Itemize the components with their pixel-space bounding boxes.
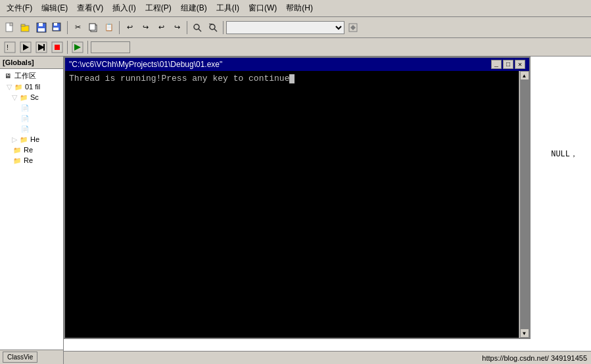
- compile-btn[interactable]: !: [3, 40, 17, 55]
- tree-01fil-label: 01 fil: [25, 83, 40, 91]
- file-icon-3: 📄: [20, 124, 30, 133]
- svg-line-13: [199, 29, 201, 32]
- workspace-label: 工作区: [14, 71, 36, 81]
- workspace-icon: 🖥: [3, 72, 13, 81]
- svg-point-12: [194, 24, 199, 30]
- svg-rect-26: [55, 45, 60, 50]
- svg-rect-5: [39, 23, 43, 26]
- svg-rect-1: [10, 23, 12, 26]
- separator-6: [87, 41, 88, 54]
- globals-header: [Globals]: [0, 57, 63, 69]
- separator-3: [187, 21, 187, 34]
- find-in-files[interactable]: [206, 20, 220, 35]
- menu-help[interactable]: 帮助(H): [282, 1, 317, 15]
- close-btn[interactable]: ✕: [515, 60, 525, 69]
- config-dropdown[interactable]: [226, 21, 344, 34]
- tree-file-1[interactable]: 📄: [1, 102, 62, 113]
- svg-line-15: [214, 29, 217, 32]
- svg-rect-6: [38, 28, 45, 32]
- ide-window: 文件(F) 编辑(E) 查看(V) 插入(I) 工程(P) 组建(B) 工具(I…: [0, 0, 591, 364]
- debug-btn[interactable]: [70, 40, 85, 55]
- tree-he[interactable]: ▷ 📁 He: [1, 134, 62, 145]
- save-all-button[interactable]: [50, 20, 64, 35]
- maximize-btn[interactable]: □: [503, 60, 513, 69]
- null-text: NULL，: [551, 148, 578, 160]
- run-btn[interactable]: [34, 40, 49, 55]
- expand-icon-01: ▽: [7, 83, 12, 91]
- tree-sc[interactable]: ▽ 📁 Sc: [1, 92, 62, 102]
- classview-tab[interactable]: ClassVie: [3, 352, 37, 363]
- menu-insert[interactable]: 插入(I): [108, 1, 139, 15]
- tree-re1-label: Re: [24, 146, 33, 154]
- redo2-button[interactable]: ↪: [170, 20, 184, 35]
- status-bar: https://blog.csdn.net/ 349191455: [64, 351, 591, 364]
- redo-button[interactable]: ↪: [138, 20, 153, 35]
- tree-he-label: He: [30, 135, 39, 143]
- console-controls: _ □ ✕: [491, 60, 525, 69]
- folder-icon-he: 📁: [18, 135, 29, 144]
- svg-rect-8: [54, 23, 57, 26]
- status-url: https://blog.csdn.net/: [482, 354, 549, 362]
- console-output: Thread is running!Press any key to conti…: [65, 71, 519, 338]
- cut-button[interactable]: ✂: [70, 20, 85, 35]
- console-titlebar: "C:\vc6\VChh\MyProjects\01\Debug\01.exe"…: [65, 58, 529, 71]
- toolbar-spacer: [91, 41, 130, 53]
- expand-icon-he: ▷: [12, 135, 17, 144]
- tree-workspace[interactable]: 🖥 工作区: [1, 70, 62, 81]
- config-btn[interactable]: [346, 20, 360, 35]
- file-icon-1: 📄: [20, 103, 30, 112]
- tree-01fil[interactable]: ▽ 📁 01 fil: [1, 81, 62, 92]
- menu-project[interactable]: 工程(P): [141, 1, 176, 15]
- toolbar-build: !: [0, 38, 591, 57]
- save-button[interactable]: [34, 20, 49, 35]
- separator-4: [223, 21, 224, 34]
- scroll-track[interactable]: [520, 80, 529, 329]
- menu-bar: 文件(F) 编辑(E) 查看(V) 插入(I) 工程(P) 组建(B) 工具(I…: [0, 0, 591, 17]
- left-panel: [Globals] 🖥 工作区 ▽ 📁 01 fil ▽ 📁 Sc: [0, 57, 64, 364]
- tree-re2[interactable]: 📁 Re: [1, 155, 62, 166]
- svg-rect-3: [21, 24, 25, 26]
- menu-tools[interactable]: 工具(I): [212, 1, 243, 15]
- file-icon-2: 📄: [20, 114, 30, 123]
- main-content: [Globals] 🖥 工作区 ▽ 📁 01 fil ▽ 📁 Sc: [0, 57, 591, 364]
- open-button[interactable]: [18, 20, 33, 35]
- menu-view[interactable]: 查看(V): [73, 1, 107, 15]
- scroll-up-btn[interactable]: ▲: [520, 71, 529, 80]
- new-button[interactable]: [3, 20, 17, 35]
- separator-5: [67, 41, 68, 54]
- menu-build[interactable]: 组建(B): [177, 1, 211, 15]
- folder-icon-01: 📁: [13, 82, 24, 91]
- undo2-button[interactable]: ↩: [154, 20, 168, 35]
- build-btn[interactable]: [18, 40, 33, 55]
- paste-button[interactable]: 📋: [102, 20, 116, 35]
- find-button[interactable]: [190, 20, 204, 35]
- copy-button[interactable]: [86, 20, 101, 35]
- undo-button[interactable]: ↩: [122, 20, 137, 35]
- status-coords: 349191455: [551, 354, 587, 362]
- separator-1: [67, 21, 68, 34]
- tree-file-2[interactable]: 📄: [1, 113, 62, 124]
- expand-icon-sc: ▽: [12, 93, 17, 102]
- svg-rect-9: [53, 28, 59, 30]
- console-window: "C:\vc6\VChh\MyProjects\01\Debug\01.exe"…: [64, 57, 531, 339]
- toolbar-main: ✂ 📋 ↩ ↪ ↩ ↪: [0, 17, 591, 38]
- status-right: https://blog.csdn.net/ 349191455: [482, 354, 587, 362]
- menu-edit[interactable]: 编辑(E): [37, 1, 72, 15]
- minimize-btn[interactable]: _: [491, 60, 502, 69]
- console-scrollbar[interactable]: ▲ ▼: [519, 71, 529, 338]
- code-editor[interactable]: NULL， "C:\vc6\VChh\MyProjects\01\Debug\0…: [64, 57, 591, 351]
- folder-icon-re1: 📁: [12, 145, 22, 154]
- console-title: "C:\vc6\VChh\MyProjects\01\Debug\01.exe": [69, 60, 222, 69]
- menu-window[interactable]: 窗口(W): [245, 1, 281, 15]
- left-panel-footer: ClassVie: [0, 350, 63, 364]
- svg-text:!: !: [7, 44, 9, 51]
- tree-re1[interactable]: 📁 Re: [1, 145, 62, 155]
- folder-icon-sc: 📁: [18, 93, 29, 102]
- tree-file-3[interactable]: 📄: [1, 124, 62, 134]
- stop-build-btn[interactable]: [50, 40, 64, 55]
- folder-icon-re2: 📁: [12, 156, 22, 165]
- svg-rect-16: [209, 24, 212, 24]
- tree-re2-label: Re: [24, 156, 33, 164]
- menu-file[interactable]: 文件(F): [3, 1, 36, 15]
- scroll-down-btn[interactable]: ▼: [520, 329, 529, 338]
